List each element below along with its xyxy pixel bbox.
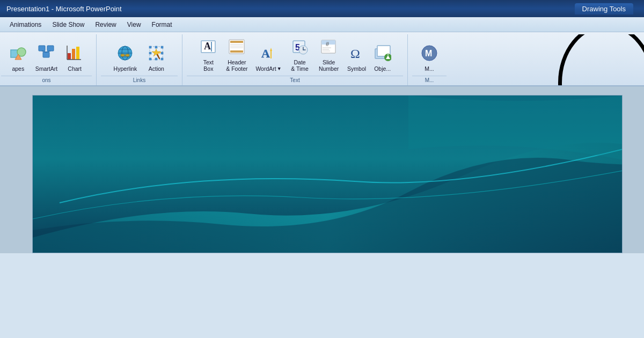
svg-rect-27 bbox=[155, 58, 157, 60]
menu-animations[interactable]: Animations bbox=[4, 19, 47, 31]
svg-text:M: M bbox=[425, 49, 432, 58]
action-button[interactable]: Action bbox=[144, 43, 168, 74]
svg-rect-10 bbox=[76, 47, 79, 60]
svg-marker-41 bbox=[270, 48, 272, 51]
svg-rect-4 bbox=[43, 52, 49, 57]
slidenumber-icon: # bbox=[320, 38, 338, 58]
text-group-label: Text bbox=[187, 76, 403, 84]
svg-rect-18 bbox=[121, 54, 125, 56]
svg-rect-5 bbox=[47, 46, 54, 51]
menu-review[interactable]: Review bbox=[90, 19, 121, 31]
symbol-label: Symbol bbox=[347, 65, 366, 72]
object-label: Obje... bbox=[374, 65, 391, 72]
media-label: M... bbox=[425, 65, 434, 72]
textbox-icon: A bbox=[200, 38, 217, 58]
svg-rect-35 bbox=[230, 41, 243, 43]
wordart-label: WordArt ▼ bbox=[255, 65, 281, 72]
ribbon-group-text: A TextBox bbox=[182, 34, 408, 85]
menu-bar: Animations Slide Show Review View Format bbox=[0, 17, 644, 32]
symbol-button[interactable]: Ω Symbol bbox=[344, 43, 370, 74]
object-icon bbox=[374, 45, 391, 64]
svg-rect-22 bbox=[149, 46, 151, 48]
svg-rect-3 bbox=[39, 46, 45, 51]
svg-text:#: # bbox=[326, 41, 330, 47]
title-bar: Presentation1 - Microsoft PowerPoint Dra… bbox=[0, 0, 644, 17]
textbox-button[interactable]: A TextBox bbox=[195, 36, 221, 74]
smartart-button[interactable]: SmartArt bbox=[32, 43, 61, 74]
app-title: Presentation1 - Microsoft PowerPoint bbox=[6, 5, 575, 13]
svg-rect-9 bbox=[72, 49, 75, 60]
slidenumber-button[interactable]: # SlideNumber bbox=[315, 36, 343, 74]
hyperlink-button[interactable]: Hyperlink bbox=[111, 43, 141, 74]
shapes-label: apes bbox=[12, 65, 24, 72]
svg-rect-29 bbox=[149, 52, 151, 54]
headerfooter-icon bbox=[228, 38, 245, 58]
shapes-icon bbox=[10, 45, 27, 64]
symbol-icon: Ω bbox=[348, 45, 365, 64]
svg-rect-26 bbox=[161, 58, 163, 60]
svg-text:A: A bbox=[204, 41, 211, 52]
action-label: Action bbox=[149, 65, 164, 72]
smartart-label: SmartArt bbox=[35, 65, 57, 72]
svg-rect-23 bbox=[155, 46, 157, 48]
ribbon-group-illustrations: apes SmartArt bbox=[0, 34, 97, 85]
slide-background bbox=[33, 95, 623, 253]
media-group-label: M... bbox=[412, 76, 447, 84]
wordart-icon: A bbox=[260, 45, 277, 64]
textbox-label: TextBox bbox=[203, 59, 214, 72]
slidenumber-label: SlideNumber bbox=[319, 59, 339, 72]
datetime-label: Date& Time bbox=[291, 59, 309, 72]
slide-canvas bbox=[32, 95, 623, 253]
slide-area bbox=[0, 86, 644, 253]
svg-rect-28 bbox=[149, 58, 151, 60]
media-icon: M bbox=[421, 45, 438, 64]
svg-rect-25 bbox=[161, 52, 163, 54]
hyperlink-label: Hyperlink bbox=[114, 65, 137, 72]
svg-text:A: A bbox=[261, 47, 270, 60]
svg-line-6 bbox=[42, 51, 46, 52]
hyperlink-icon bbox=[116, 45, 134, 64]
ribbon-group-links: Hyperlink bbox=[97, 34, 182, 85]
illustrations-group-label: ons bbox=[1, 76, 92, 84]
smartart-icon bbox=[38, 45, 55, 64]
chart-button[interactable]: Chart bbox=[63, 43, 86, 74]
headerfooter-button[interactable]: Header& Footer bbox=[222, 36, 251, 74]
chart-icon bbox=[66, 45, 83, 64]
datetime-icon: 5 bbox=[291, 38, 309, 58]
links-group-label: Links bbox=[101, 76, 178, 84]
headerfooter-label: Header& Footer bbox=[226, 59, 247, 72]
menu-format[interactable]: Format bbox=[147, 19, 178, 31]
ribbon-group-media: M M... M... bbox=[408, 34, 451, 85]
context-tab-label[interactable]: Drawing Tools bbox=[575, 3, 633, 14]
shapes-button[interactable]: apes bbox=[6, 43, 30, 74]
svg-line-7 bbox=[46, 51, 50, 52]
chart-label: Chart bbox=[68, 65, 82, 72]
object-button[interactable]: Obje... bbox=[371, 43, 394, 74]
media-button[interactable]: M M... bbox=[418, 43, 441, 74]
ribbon: apes SmartArt bbox=[0, 32, 644, 86]
svg-rect-24 bbox=[161, 46, 163, 48]
datetime-button[interactable]: 5 Date& Time bbox=[286, 36, 314, 74]
menu-slideshow[interactable]: Slide Show bbox=[47, 19, 90, 31]
wordart-button[interactable]: A WordArt ▼ bbox=[252, 43, 284, 74]
svg-rect-39 bbox=[230, 50, 243, 53]
menu-view[interactable]: View bbox=[122, 19, 147, 31]
action-icon bbox=[148, 45, 165, 64]
svg-rect-8 bbox=[68, 53, 71, 60]
svg-rect-19 bbox=[126, 54, 129, 56]
svg-text:Ω: Ω bbox=[350, 47, 360, 61]
